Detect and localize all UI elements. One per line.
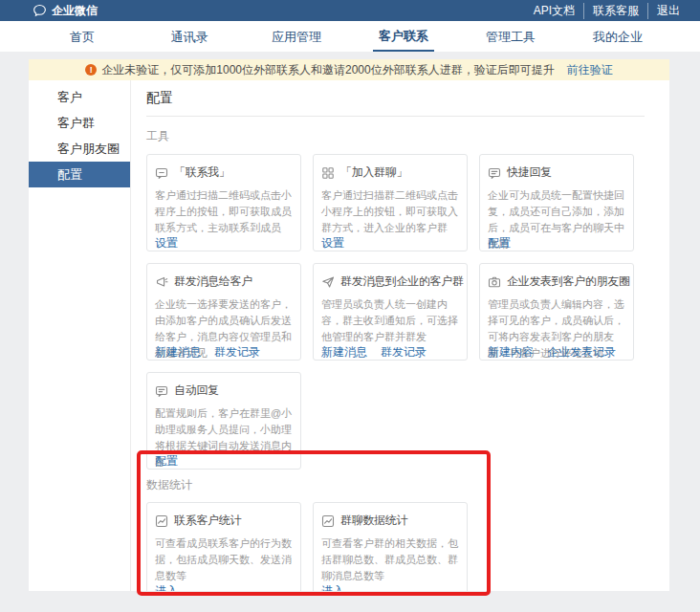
quick-reply-icon [488, 166, 501, 180]
verification-notice-bar: ! 企业未验证，仅可添加1000位外部联系人和邀请2000位外部联系人进群，验证… [29, 59, 669, 80]
join-group-setup-link[interactable]: 设置 [321, 235, 344, 251]
card-title: 企业发表到客户的朋友圈 [507, 273, 630, 290]
sidebar-item-customers[interactable]: 客户 [29, 84, 130, 110]
new-content-link[interactable]: 新建内容 [488, 344, 534, 361]
card-description: 客户通过扫描群二维码或点击小程序上的按钮，即可获取入群方式，进入企业的客户群 [321, 187, 459, 236]
section-label-statistics: 数据统计 [146, 477, 669, 493]
card-title: 自动回复 [174, 382, 219, 399]
go-verify-link[interactable]: 前往验证 [567, 62, 613, 78]
page: 企业微信 API文档 联系客服 退出 首页 通讯录 应用管理 客户联系 管理工具… [0, 0, 700, 612]
moments-publish-icon [488, 275, 501, 289]
section-label-tools: 工具 [146, 128, 669, 144]
notice-text: 企业未验证，仅可添加1000位外部联系人和邀请2000位外部联系人进群，验证后即… [101, 62, 554, 78]
contact-me-icon [155, 166, 168, 180]
brand: 企业微信 [33, 3, 98, 19]
auto-reply-icon [155, 384, 168, 398]
warning-icon: ! [85, 64, 97, 76]
card-description: 可查看客户群的相关数据，包括群聊总数、群成员总数、群聊消息总数等 [321, 536, 459, 584]
company-publish-record-link[interactable]: 企业发表记录 [547, 344, 616, 361]
card-title: 快捷回复 [507, 164, 552, 181]
group-mass-message-icon [321, 275, 335, 289]
brand-name: 企业微信 [52, 3, 98, 19]
card-description: 客户通过扫描二维码或点击小程序上的按钮，即可获取成员联系方式，主动联系到成员 [155, 187, 293, 236]
card-auto-reply[interactable]: 自动回复 配置规则后，客户在群里@小助理或服务人员提问，小助理将根据关键词自动发… [146, 372, 301, 470]
body-row: 客户 客户群 客户朋友圈 配置 配置 工具 [29, 80, 669, 591]
quick-reply-config-link[interactable]: 配置 [488, 235, 511, 251]
card-publish-to-moments[interactable]: 企业发表到客户的朋友圈 管理员或负责人编辑内容，选择可见的客户，成员确认后，可将… [479, 263, 634, 361]
tab-contacts[interactable]: 通讯录 [136, 21, 243, 52]
mass-send-record-link[interactable]: 群发记录 [381, 344, 427, 361]
sidebar-item-customer-moments[interactable]: 客户朋友圈 [29, 136, 130, 162]
tools-card-grid: 「联系我」 客户通过扫描二维码或点击小程序上的按钮，即可获取成员联系方式，主动联… [146, 154, 669, 470]
card-title: 「联系我」 [174, 164, 230, 181]
mass-message-icon [155, 275, 168, 289]
card-quick-reply[interactable]: 快捷回复 企业可为成员统一配置快捷回复，成员还可自己添加，添加后，成员可在与客户… [479, 154, 634, 251]
tab-app-management[interactable]: 应用管理 [243, 21, 350, 52]
sidebar-item-customer-groups[interactable]: 客户群 [29, 110, 130, 136]
contact-support-link[interactable]: 联系客服 [583, 3, 647, 19]
sidebar: 客户 客户群 客户朋友圈 配置 [29, 80, 131, 591]
card-mass-message-to-groups[interactable]: 群发消息到企业的客户群 管理员或负责人统一创建内容，群主收到通知后，可选择他管理… [313, 263, 468, 361]
wework-bubble-icon [33, 4, 47, 17]
card-title: 「加入群聊」 [340, 164, 407, 181]
main-panel: 配置 工具 「联系我」 [131, 80, 669, 591]
sidebar-item-configuration[interactable]: 配置 [29, 162, 130, 187]
card-contact-me[interactable]: 「联系我」 客户通过扫描二维码或点击小程序上的按钮，即可获取成员联系方式，主动联… [146, 154, 301, 251]
card-description: 管理员或负责人统一创建内容，群主收到通知后，可选择他管理的客户群并群发 [321, 296, 459, 345]
card-join-group-chat[interactable]: 「加入群聊」 客户通过扫描群二维码或点击小程序上的按钮，即可获取入群方式，进入企… [313, 154, 468, 251]
statistics-icon [321, 514, 335, 528]
mass-send-record-link[interactable]: 群发记录 [214, 344, 260, 361]
top-bar: 企业微信 API文档 联系客服 退出 [0, 0, 700, 21]
card-title: 联系客户统计 [174, 513, 241, 529]
contact-me-setup-link[interactable]: 设置 [155, 235, 178, 251]
enter-group-stats-link[interactable]: 进入 [321, 583, 344, 591]
tab-my-company[interactable]: 我的企业 [564, 21, 671, 52]
card-title: 群发消息到企业的客户群 [340, 273, 464, 290]
tab-customer-contact[interactable]: 客户联系 [350, 21, 457, 52]
logout-link[interactable]: 退出 [647, 3, 689, 19]
new-message-link[interactable]: 新建消息 [321, 344, 367, 361]
tab-admin-tools[interactable]: 管理工具 [457, 21, 564, 52]
enter-contact-stats-link[interactable]: 进入 [155, 583, 178, 591]
card-group-chat-statistics[interactable]: 群聊数据统计 可查看客户群的相关数据，包括群聊总数、群成员总数、群聊消息总数等 … [313, 502, 468, 591]
join-group-chat-icon [321, 166, 335, 180]
card-description: 可查看成员联系客户的行为数据，包括成员聊天数、发送消息数等 [155, 536, 293, 584]
card-title: 群聊数据统计 [340, 513, 407, 529]
tab-home[interactable]: 首页 [29, 21, 136, 52]
api-docs-link[interactable]: API文档 [525, 3, 583, 19]
content-wrapper: ! 企业未验证，仅可添加1000位外部联系人和邀请2000位外部联系人进群，验证… [29, 59, 669, 591]
topbar-links: API文档 联系客服 退出 [525, 3, 689, 19]
new-message-link[interactable]: 新建消息 [155, 344, 201, 361]
statistics-icon [155, 514, 168, 528]
card-customer-contact-statistics[interactable]: 联系客户统计 可查看成员联系客户的行为数据，包括成员聊天数、发送消息数等 进入 [146, 502, 301, 591]
card-title: 群发消息给客户 [174, 273, 252, 290]
primary-nav: 首页 通讯录 应用管理 客户联系 管理工具 我的企业 [0, 21, 700, 52]
auto-reply-config-link[interactable]: 配置 [155, 453, 178, 470]
page-title: 配置 [146, 80, 645, 117]
stats-card-grid: 联系客户统计 可查看成员联系客户的行为数据，包括成员聊天数、发送消息数等 进入 [146, 502, 669, 591]
card-mass-message-to-customers[interactable]: 群发消息给客户 企业统一选择要发送的客户，由添加客户的成员确认后发送给客户，消息… [146, 263, 301, 361]
